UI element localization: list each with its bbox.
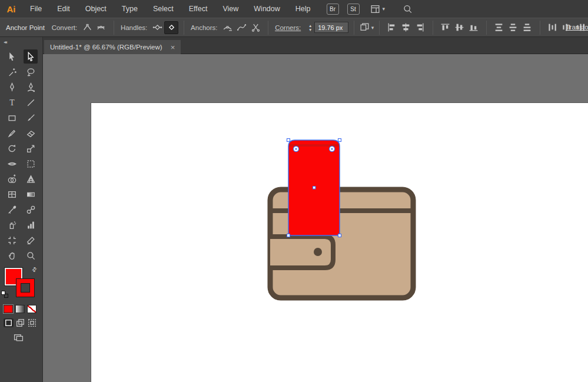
screen-mode-button[interactable] <box>9 332 27 343</box>
draw-behind-button[interactable] <box>15 318 25 327</box>
convert-to-smooth-button[interactable] <box>94 21 108 34</box>
align-top-button[interactable] <box>438 21 453 34</box>
document-tab[interactable]: Untitled-1* @ 66.67% (RGB/Preview) × <box>44 40 181 54</box>
lasso-tool[interactable] <box>24 65 38 79</box>
divider <box>540 21 540 35</box>
isolate-icon <box>360 22 370 32</box>
column-graph-tool[interactable] <box>24 218 38 232</box>
anchors-label: Anchors: <box>191 24 217 31</box>
type-tool[interactable]: T <box>5 95 19 109</box>
menu: FileEditObjectTypeSelectEffectViewWindow… <box>22 0 318 18</box>
paintbrush-tool[interactable] <box>24 111 38 125</box>
default-fill-stroke-icon[interactable] <box>1 291 9 299</box>
workspace-switcher[interactable]: ▾ <box>370 4 386 14</box>
free-transform-tool[interactable] <box>24 157 38 171</box>
distribute-vcenter-button[interactable] <box>506 21 520 34</box>
stroke-color-swatch[interactable] <box>16 279 34 297</box>
menu-bar: Ai FileEditObjectTypeSelectEffectViewWin… <box>0 0 588 18</box>
artboard[interactable] <box>91 103 588 382</box>
none-button[interactable] <box>27 305 36 313</box>
selection-tool[interactable] <box>5 49 19 64</box>
hand-tool[interactable] <box>5 248 19 263</box>
convert-label: Convert: <box>52 24 77 31</box>
direct-selection-tool[interactable] <box>24 49 38 64</box>
svg-text:T: T <box>9 98 15 107</box>
stepper-down-icon[interactable]: ▼ <box>307 28 314 32</box>
eyedropper-tool[interactable] <box>5 202 19 217</box>
divider <box>184 21 184 35</box>
document-tab-bar: Untitled-1* @ 66.67% (RGB/Preview) × <box>43 37 588 54</box>
align-bottom-button[interactable] <box>467 21 481 34</box>
search-icon[interactable] <box>403 4 413 14</box>
menu-item-view[interactable]: View <box>215 0 246 18</box>
width-tool[interactable] <box>5 157 19 171</box>
menu-item-edit[interactable]: Edit <box>49 0 78 18</box>
collapse-panel-icon[interactable]: ◂◂ <box>0 37 42 45</box>
swap-fill-stroke-icon[interactable]: ⇄ <box>30 265 38 274</box>
remove-anchors-button[interactable] <box>220 21 234 34</box>
menu-item-object[interactable]: Object <box>78 0 114 18</box>
tool-grid: T <box>0 49 42 263</box>
corners-label[interactable]: Corners: <box>275 24 301 31</box>
zoom-tool[interactable] <box>24 248 38 263</box>
slice-tool[interactable] <box>24 233 38 247</box>
divider <box>268 21 268 35</box>
distribute-left-button[interactable] <box>546 21 560 34</box>
convert-to-corner-button[interactable] <box>80 21 94 34</box>
canvas-pasteboard[interactable] <box>43 54 588 382</box>
corners-stepper[interactable]: ▲▼ <box>307 22 314 33</box>
app-logo: Ai <box>0 4 22 14</box>
bridge-button[interactable]: Br <box>327 4 339 15</box>
menu-item-type[interactable]: Type <box>114 0 145 18</box>
perspective-grid-tool[interactable] <box>24 172 38 186</box>
menu-item-window[interactable]: Window <box>246 0 287 18</box>
menu-item-help[interactable]: Help <box>288 0 318 18</box>
isolate-selection-dropdown[interactable]: ▾ <box>360 21 374 34</box>
rotate-tool[interactable] <box>5 141 19 155</box>
cut-path-button[interactable] <box>248 21 263 34</box>
align-middle-button[interactable] <box>453 21 467 34</box>
pen-tool[interactable] <box>5 80 19 94</box>
connect-anchors-button[interactable] <box>234 21 248 34</box>
stepper-up-icon[interactable]: ▲ <box>307 24 314 28</box>
blend-tool[interactable] <box>24 202 38 217</box>
align-left-button[interactable] <box>385 21 399 34</box>
close-icon[interactable]: × <box>171 44 175 51</box>
stock-button[interactable]: St <box>347 4 360 15</box>
draw-normal-button[interactable] <box>4 318 14 327</box>
magic-wand-tool[interactable] <box>5 65 19 79</box>
eraser-tool[interactable] <box>24 126 38 140</box>
mesh-tool[interactable] <box>5 187 19 201</box>
hide-handles-button[interactable] <box>164 21 178 34</box>
align-center-button[interactable] <box>399 21 413 34</box>
paint-style-row <box>4 305 42 313</box>
rectangle-tool[interactable] <box>5 111 19 125</box>
menu-item-file[interactable]: File <box>22 0 49 18</box>
tools-panel: ◂◂ T ⇄ <box>0 37 43 382</box>
symbol-sprayer-tool[interactable] <box>5 218 19 232</box>
gradient-button[interactable] <box>15 305 25 313</box>
curvature-tool[interactable] <box>24 80 38 94</box>
menu-item-effect[interactable]: Effect <box>181 0 215 18</box>
handles-label: Handles: <box>121 24 147 31</box>
pencil-tool[interactable] <box>5 126 19 140</box>
control-bar: Anchor Point Convert: Handles: Anchors: … <box>0 18 588 37</box>
show-handles-button[interactable] <box>150 21 164 34</box>
gradient-tool[interactable] <box>24 187 38 201</box>
chevron-down-icon: ▾ <box>371 25 374 31</box>
artboard-tool[interactable] <box>5 233 19 247</box>
align-right-button[interactable] <box>413 21 427 34</box>
draw-inside-button[interactable] <box>27 318 37 327</box>
scale-tool[interactable] <box>24 141 38 155</box>
distribute-top-button[interactable] <box>492 21 506 34</box>
menu-item-select[interactable]: Select <box>145 0 181 18</box>
shape-builder-tool[interactable] <box>5 172 19 186</box>
transform-panel-link[interactable]: Transform <box>566 24 588 31</box>
fill-stroke-widget: ⇄ <box>0 266 42 303</box>
distribute-bottom-button[interactable] <box>520 21 534 34</box>
divider <box>114 21 114 35</box>
color-button[interactable] <box>4 305 13 313</box>
document-tab-title: Untitled-1* @ 66.67% (RGB/Preview) <box>50 44 162 51</box>
line-segment-tool[interactable] <box>24 95 38 109</box>
corners-input[interactable]: 19.76 px <box>314 22 348 33</box>
